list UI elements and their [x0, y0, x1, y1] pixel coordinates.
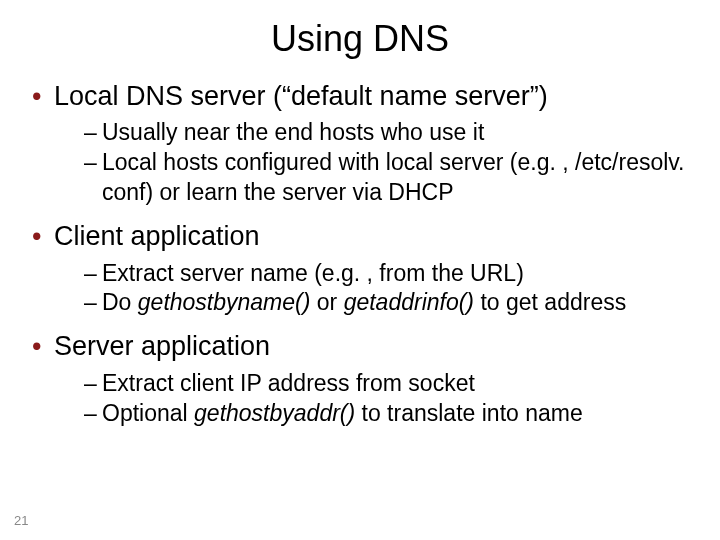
sub-text-em: gethostbyaddr()	[194, 400, 355, 426]
bullet-item: Client application Extract server name (…	[28, 218, 692, 318]
sub-text-post: to translate into name	[355, 400, 583, 426]
sub-text-pre: Optional	[102, 400, 194, 426]
bullet-item: Server application Extract client IP add…	[28, 328, 692, 428]
sub-text-pre: Do	[102, 289, 138, 315]
slide-title: Using DNS	[28, 18, 692, 60]
sub-text-mid: or	[310, 289, 343, 315]
sub-item: Usually near the end hosts who use it	[84, 118, 692, 148]
sub-text-em: gethostbyname()	[138, 289, 311, 315]
bullet-item: Local DNS server (“default name server”)…	[28, 78, 692, 208]
sub-list: Usually near the end hosts who use it Lo…	[54, 118, 692, 208]
sub-item: Local hosts configured with local server…	[84, 148, 692, 208]
sub-item: Extract client IP address from socket	[84, 369, 692, 399]
sub-text: Extract server name (e.g. , from the URL…	[102, 260, 524, 286]
bullet-list: Local DNS server (“default name server”)…	[28, 78, 692, 429]
bullet-text: Server application	[54, 331, 270, 361]
sub-text-post: to get address	[474, 289, 626, 315]
sub-text: Usually near the end hosts who use it	[102, 119, 484, 145]
sub-text: Extract client IP address from socket	[102, 370, 475, 396]
sub-text-em: getaddrinfo()	[344, 289, 474, 315]
bullet-text: Client application	[54, 221, 260, 251]
sub-list: Extract server name (e.g. , from the URL…	[54, 259, 692, 319]
sub-text: Local hosts configured with local server…	[102, 149, 685, 205]
sub-list: Extract client IP address from socket Op…	[54, 369, 692, 429]
slide: Using DNS Local DNS server (“default nam…	[0, 0, 720, 540]
page-number: 21	[14, 513, 28, 528]
bullet-text: Local DNS server (“default name server”)	[54, 81, 548, 111]
sub-item: Optional gethostbyaddr() to translate in…	[84, 399, 692, 429]
sub-item: Do gethostbyname() or getaddrinfo() to g…	[84, 288, 692, 318]
sub-item: Extract server name (e.g. , from the URL…	[84, 259, 692, 289]
